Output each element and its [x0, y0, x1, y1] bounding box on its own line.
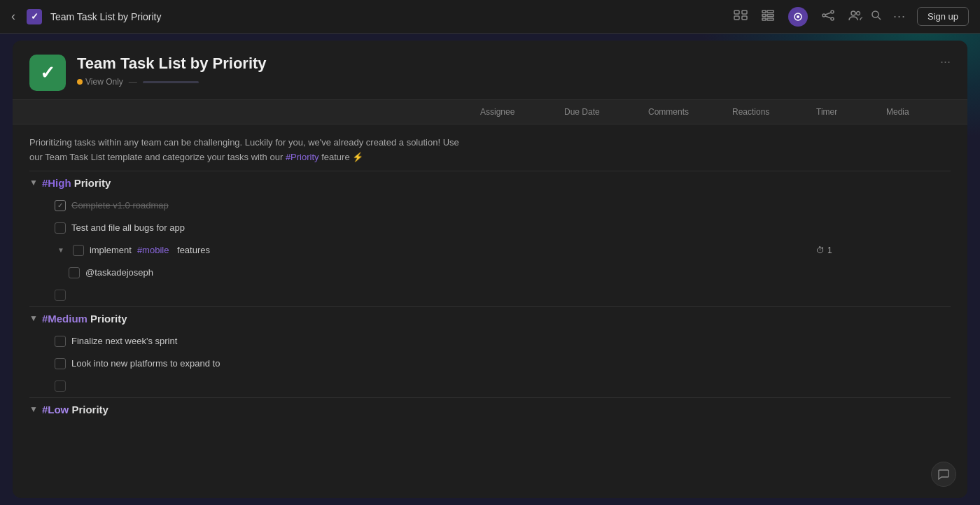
chat-button[interactable] [931, 462, 956, 487]
task-text-6: Look into new platforms to expand to [71, 358, 220, 369]
task-name-cell: ✓ Complete v1.0 roadmap [29, 197, 475, 214]
svg-line-16 [825, 16, 831, 18]
task-name-cell: Finalize next week's sprint [29, 333, 475, 350]
svg-rect-0 [734, 10, 739, 14]
section-hash-low: #Low [42, 404, 69, 415]
section-header-medium[interactable]: ▼ #Medium Priority [29, 306, 951, 330]
section-title-low: #Low Priority [42, 404, 108, 415]
task-name-cell: @taskadejoseph [29, 264, 475, 281]
section-title-medium: #Medium Priority [42, 313, 127, 325]
svg-point-12 [822, 14, 825, 17]
top-nav: ‹ ✓ Team Task List by Priority [0, 0, 980, 34]
svg-rect-9 [767, 18, 774, 20]
page-header: ✓ Team Task List by Priority View Only —… [13, 41, 967, 99]
page-more-button[interactable]: ··· [940, 55, 951, 69]
svg-rect-4 [762, 10, 766, 13]
section-hash-high: #High [42, 177, 71, 189]
add-task-row-high [29, 284, 951, 306]
section-toggle-low[interactable]: ▼ [29, 404, 38, 414]
section-toggle-medium[interactable]: ▼ [29, 313, 38, 323]
description-text-1: Prioritizing tasks within any team can b… [29, 137, 459, 162]
layout-icon[interactable] [734, 10, 748, 24]
desc-assignee-cell [475, 136, 559, 165]
mobile-link[interactable]: #mobile [137, 245, 169, 255]
active-view-icon[interactable] [788, 7, 808, 27]
svg-rect-8 [767, 14, 774, 16]
task-checkbox-3[interactable] [73, 245, 84, 256]
col-comments: Comments [643, 100, 727, 124]
view-only-dot [77, 79, 83, 85]
page-title-area: Team Task List by Priority View Only — [77, 55, 951, 87]
task-checkbox-5[interactable] [55, 336, 66, 347]
task-checkbox-4[interactable] [69, 267, 80, 278]
section-title-cell-low: ▼ #Low Priority [29, 404, 475, 415]
add-task-checkbox-high[interactable] [55, 290, 66, 301]
section-label-low: Priority [69, 404, 108, 415]
svg-rect-6 [762, 18, 766, 20]
nav-right: ··· Sign up [871, 7, 969, 26]
table-row: Look into new platforms to expand to [29, 353, 951, 375]
nav-logo: ✓ [27, 9, 42, 24]
svg-rect-3 [742, 16, 747, 20]
svg-point-14 [831, 17, 834, 20]
svg-rect-5 [762, 14, 766, 16]
section-title-cell-medium: ▼ #Medium Priority [29, 313, 475, 325]
task-text-3b: features [174, 245, 210, 255]
page-meta: View Only — [77, 77, 951, 87]
table-row: ✓ Complete v1.0 roadmap [29, 194, 951, 217]
desc-duedate-cell [559, 136, 643, 165]
view-only-badge: View Only [77, 77, 123, 87]
more-options-icon[interactable]: ··· [893, 9, 906, 24]
page-icon: ✓ [29, 55, 66, 91]
sign-up-button[interactable]: Sign up [917, 7, 969, 26]
task-name-cell: Test and file all bugs for app [29, 220, 475, 236]
task-checkbox-2[interactable] [55, 222, 66, 234]
priority-link[interactable]: #Priority [286, 152, 319, 162]
col-task [29, 100, 475, 124]
col-due-date: Due Date [559, 100, 643, 124]
nav-title: Team Task List by Priority [50, 11, 725, 22]
svg-line-20 [878, 17, 881, 20]
svg-line-15 [825, 13, 831, 15]
task-text-2: Test and file all bugs for app [71, 222, 185, 233]
grid-icon[interactable] [762, 10, 774, 24]
desc-timer-cell [811, 136, 881, 165]
search-icon[interactable] [871, 10, 882, 24]
task-text-3: implement [90, 245, 132, 255]
svg-rect-7 [767, 10, 774, 13]
task-checkbox-6[interactable] [55, 358, 66, 369]
back-button[interactable]: ‹ [11, 9, 15, 24]
section-label-medium: Priority [88, 313, 127, 325]
main-content-area: ✓ Team Task List by Priority View Only —… [13, 41, 967, 498]
section-hash-medium: #Medium [42, 313, 88, 325]
subtask-toggle-3[interactable]: ▼ [57, 246, 64, 254]
svg-point-19 [872, 11, 878, 17]
section-toggle-high[interactable]: ▼ [29, 178, 38, 187]
timer-icon: ⏱ [816, 246, 825, 255]
description-text-2: feature ⚡ [319, 152, 364, 162]
share-icon[interactable] [822, 10, 834, 24]
col-media: Media [881, 100, 951, 124]
task-text-1: Complete v1.0 roadmap [71, 200, 169, 211]
desc-reactions-cell [727, 136, 811, 165]
svg-rect-1 [734, 16, 739, 20]
col-timer: Timer [811, 100, 881, 124]
svg-point-11 [797, 15, 799, 18]
task-name-cell: Look into new platforms to expand to [29, 355, 475, 372]
add-task-checkbox-medium[interactable] [55, 380, 66, 392]
svg-rect-2 [742, 10, 747, 14]
table-row: Finalize next week's sprint [29, 330, 951, 353]
section-label-high: Priority [71, 177, 111, 189]
meta-separator: — [129, 77, 137, 87]
meta-line [143, 81, 199, 83]
view-only-label: View Only [85, 77, 123, 87]
nav-center-icons [734, 7, 862, 27]
col-assignee: Assignee [475, 100, 559, 124]
members-icon[interactable] [848, 10, 862, 24]
section-header-low[interactable]: ▼ #Low Priority [29, 397, 951, 421]
table-row: ▼ implement #mobile features ⏱ 1 [29, 239, 951, 262]
add-task-row-medium [29, 375, 951, 397]
section-header-high[interactable]: ▼ #High Priority [29, 171, 951, 194]
svg-point-13 [831, 10, 834, 13]
task-checkbox-1[interactable]: ✓ [55, 200, 66, 211]
